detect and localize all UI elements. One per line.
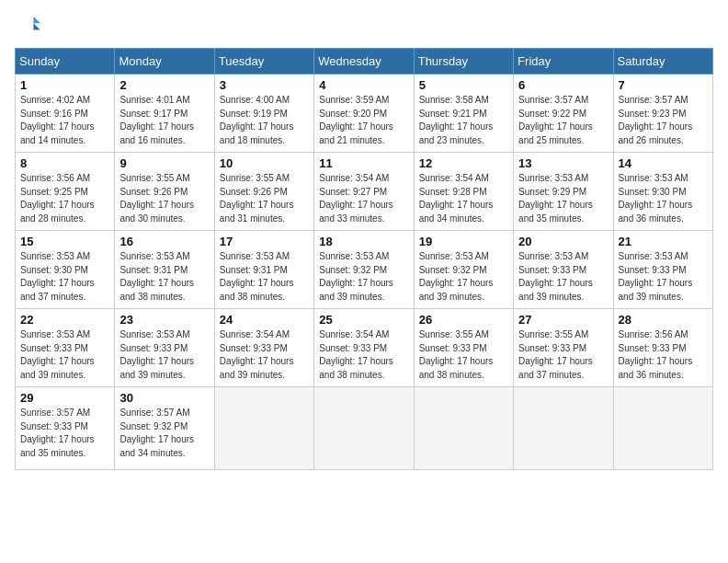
logo [15, 15, 42, 35]
calendar-week-2: 8Sunrise: 3:56 AM Sunset: 9:25 PM Daylig… [16, 153, 713, 231]
day-number: 24 [220, 313, 309, 327]
day-cell-14: 14Sunrise: 3:53 AM Sunset: 9:30 PM Dayli… [613, 153, 712, 231]
day-number: 26 [419, 313, 508, 327]
day-cell-11: 11Sunrise: 3:54 AM Sunset: 9:27 PM Dayli… [314, 153, 414, 231]
calendar-week-1: 1Sunrise: 4:02 AM Sunset: 9:16 PM Daylig… [16, 75, 713, 153]
day-info: Sunrise: 3:55 AM Sunset: 9:26 PM Dayligh… [220, 172, 309, 225]
day-info: Sunrise: 3:53 AM Sunset: 9:29 PM Dayligh… [518, 172, 608, 225]
day-number: 10 [220, 156, 309, 170]
day-info: Sunrise: 3:55 AM Sunset: 9:26 PM Dayligh… [119, 172, 209, 225]
day-cell-30: 30Sunrise: 3:57 AM Sunset: 9:32 PM Dayli… [115, 387, 214, 470]
day-info: Sunrise: 3:55 AM Sunset: 9:33 PM Dayligh… [518, 328, 608, 382]
day-number: 29 [20, 391, 109, 405]
day-info: Sunrise: 3:54 AM Sunset: 9:27 PM Dayligh… [319, 172, 408, 225]
day-info: Sunrise: 3:57 AM Sunset: 9:32 PM Dayligh… [119, 407, 209, 460]
day-number: 7 [619, 78, 708, 92]
day-cell-16: 16Sunrise: 3:53 AM Sunset: 9:31 PM Dayli… [115, 231, 214, 309]
weekday-saturday: Saturday [613, 49, 712, 75]
page-header [15, 15, 713, 35]
calendar-week-5: 29Sunrise: 3:57 AM Sunset: 9:33 PM Dayli… [16, 387, 713, 470]
day-info: Sunrise: 3:53 AM Sunset: 9:33 PM Dayligh… [518, 250, 608, 304]
day-cell-6: 6Sunrise: 3:57 AM Sunset: 9:22 PM Daylig… [514, 75, 613, 153]
empty-cell [414, 387, 513, 470]
day-cell-3: 3Sunrise: 4:00 AM Sunset: 9:19 PM Daylig… [214, 75, 313, 153]
day-cell-7: 7Sunrise: 3:57 AM Sunset: 9:23 PM Daylig… [613, 75, 712, 153]
day-cell-10: 10Sunrise: 3:55 AM Sunset: 9:26 PM Dayli… [214, 153, 313, 231]
weekday-monday: Monday [115, 49, 214, 75]
empty-cell [314, 387, 414, 470]
logo-icon [15, 15, 40, 35]
day-cell-24: 24Sunrise: 3:54 AM Sunset: 9:33 PM Dayli… [214, 309, 313, 387]
day-cell-9: 9Sunrise: 3:55 AM Sunset: 9:26 PM Daylig… [115, 153, 214, 231]
empty-cell [214, 387, 313, 470]
day-number: 22 [20, 313, 109, 327]
day-info: Sunrise: 3:53 AM Sunset: 9:30 PM Dayligh… [20, 250, 109, 304]
day-cell-21: 21Sunrise: 3:53 AM Sunset: 9:33 PM Dayli… [613, 231, 712, 309]
day-cell-12: 12Sunrise: 3:54 AM Sunset: 9:28 PM Dayli… [414, 153, 513, 231]
day-number: 11 [319, 156, 408, 170]
day-number: 14 [619, 156, 708, 170]
day-info: Sunrise: 3:54 AM Sunset: 9:28 PM Dayligh… [419, 172, 508, 225]
day-cell-20: 20Sunrise: 3:53 AM Sunset: 9:33 PM Dayli… [514, 231, 613, 309]
day-info: Sunrise: 3:57 AM Sunset: 9:22 PM Dayligh… [518, 94, 608, 147]
day-info: Sunrise: 3:58 AM Sunset: 9:21 PM Dayligh… [419, 94, 508, 147]
empty-cell [613, 387, 712, 470]
day-cell-13: 13Sunrise: 3:53 AM Sunset: 9:29 PM Dayli… [514, 153, 613, 231]
day-info: Sunrise: 3:56 AM Sunset: 9:25 PM Dayligh… [20, 172, 109, 225]
day-cell-29: 29Sunrise: 3:57 AM Sunset: 9:33 PM Dayli… [16, 387, 115, 470]
calendar-week-4: 22Sunrise: 3:53 AM Sunset: 9:33 PM Dayli… [16, 309, 713, 387]
day-cell-15: 15Sunrise: 3:53 AM Sunset: 9:30 PM Dayli… [16, 231, 115, 309]
day-number: 5 [419, 78, 508, 92]
day-info: Sunrise: 3:53 AM Sunset: 9:32 PM Dayligh… [419, 250, 508, 304]
weekday-tuesday: Tuesday [214, 49, 313, 75]
day-number: 6 [518, 78, 608, 92]
day-cell-8: 8Sunrise: 3:56 AM Sunset: 9:25 PM Daylig… [16, 153, 115, 231]
calendar-table: SundayMondayTuesdayWednesdayThursdayFrid… [15, 48, 713, 470]
day-cell-2: 2Sunrise: 4:01 AM Sunset: 9:17 PM Daylig… [115, 75, 214, 153]
day-info: Sunrise: 3:57 AM Sunset: 9:33 PM Dayligh… [20, 407, 109, 460]
day-cell-4: 4Sunrise: 3:59 AM Sunset: 9:20 PM Daylig… [314, 75, 414, 153]
day-cell-28: 28Sunrise: 3:56 AM Sunset: 9:33 PM Dayli… [613, 309, 712, 387]
weekday-sunday: Sunday [16, 49, 115, 75]
weekday-thursday: Thursday [414, 49, 513, 75]
day-number: 2 [119, 78, 209, 92]
svg-marker-0 [33, 17, 40, 23]
day-info: Sunrise: 3:57 AM Sunset: 9:23 PM Dayligh… [619, 94, 708, 147]
day-number: 3 [220, 78, 309, 92]
day-info: Sunrise: 4:01 AM Sunset: 9:17 PM Dayligh… [119, 94, 209, 147]
day-number: 27 [518, 313, 608, 327]
day-info: Sunrise: 4:00 AM Sunset: 9:19 PM Dayligh… [220, 94, 309, 147]
day-number: 18 [319, 235, 408, 248]
day-cell-5: 5Sunrise: 3:58 AM Sunset: 9:21 PM Daylig… [414, 75, 513, 153]
day-info: Sunrise: 3:53 AM Sunset: 9:33 PM Dayligh… [619, 250, 708, 304]
day-number: 19 [419, 235, 508, 248]
weekday-friday: Friday [514, 49, 613, 75]
day-number: 1 [20, 78, 109, 92]
empty-cell [514, 387, 613, 470]
day-number: 20 [518, 235, 608, 248]
day-number: 8 [20, 156, 109, 170]
day-number: 12 [419, 156, 508, 170]
day-info: Sunrise: 3:53 AM Sunset: 9:32 PM Dayligh… [319, 250, 408, 304]
day-info: Sunrise: 4:02 AM Sunset: 9:16 PM Dayligh… [20, 94, 109, 147]
day-number: 15 [20, 235, 109, 248]
day-number: 21 [619, 235, 708, 248]
day-info: Sunrise: 3:53 AM Sunset: 9:33 PM Dayligh… [20, 328, 109, 382]
day-number: 16 [119, 235, 209, 248]
day-cell-23: 23Sunrise: 3:53 AM Sunset: 9:33 PM Dayli… [115, 309, 214, 387]
day-cell-18: 18Sunrise: 3:53 AM Sunset: 9:32 PM Dayli… [314, 231, 414, 309]
day-cell-22: 22Sunrise: 3:53 AM Sunset: 9:33 PM Dayli… [16, 309, 115, 387]
day-info: Sunrise: 3:59 AM Sunset: 9:20 PM Dayligh… [319, 94, 408, 147]
day-number: 25 [319, 313, 408, 327]
day-cell-26: 26Sunrise: 3:55 AM Sunset: 9:33 PM Dayli… [414, 309, 513, 387]
day-info: Sunrise: 3:55 AM Sunset: 9:33 PM Dayligh… [419, 328, 508, 382]
day-cell-19: 19Sunrise: 3:53 AM Sunset: 9:32 PM Dayli… [414, 231, 513, 309]
day-info: Sunrise: 3:56 AM Sunset: 9:33 PM Dayligh… [619, 328, 708, 382]
day-cell-27: 27Sunrise: 3:55 AM Sunset: 9:33 PM Dayli… [514, 309, 613, 387]
day-info: Sunrise: 3:53 AM Sunset: 9:31 PM Dayligh… [119, 250, 209, 304]
day-info: Sunrise: 3:54 AM Sunset: 9:33 PM Dayligh… [220, 328, 309, 382]
calendar-week-3: 15Sunrise: 3:53 AM Sunset: 9:30 PM Dayli… [16, 231, 713, 309]
day-info: Sunrise: 3:53 AM Sunset: 9:31 PM Dayligh… [220, 250, 309, 304]
weekday-header-row: SundayMondayTuesdayWednesdayThursdayFrid… [16, 49, 713, 75]
day-info: Sunrise: 3:53 AM Sunset: 9:30 PM Dayligh… [619, 172, 708, 225]
